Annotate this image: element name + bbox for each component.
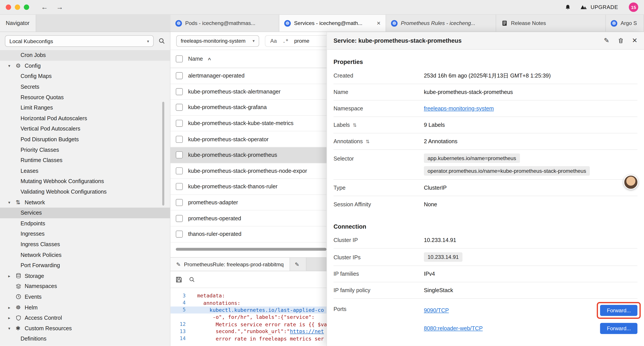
nav-item-label: Events <box>24 294 42 300</box>
nav-item-network[interactable]: ▾⇅Network <box>0 197 170 208</box>
floating-avatar[interactable] <box>624 175 638 189</box>
row-checkbox[interactable] <box>176 88 183 95</box>
editor-tab-next[interactable]: ✎ <box>290 258 306 271</box>
nav-item-services[interactable]: Services <box>0 208 170 218</box>
line-number: 14 <box>170 336 186 342</box>
nav-item-access-control[interactable]: ▸Access Control <box>0 313 170 323</box>
tab-label: Prometheus Rules - icecheng... <box>401 20 491 26</box>
row-checkbox[interactable] <box>176 136 183 143</box>
regex-toggle[interactable]: .* <box>282 38 288 43</box>
nav-item-label: Ingresses <box>20 231 45 237</box>
nav-item-cron-jobs[interactable]: Cron Jobs <box>0 50 170 61</box>
save-button[interactable] <box>175 276 182 283</box>
tab-services-icecheng-math[interactable]: ☸Services - icecheng@math...✕ <box>279 15 386 31</box>
window-zoom-button[interactable] <box>24 4 29 10</box>
nav-item-limit-ranges[interactable]: Limit Ranges <box>0 102 170 113</box>
forward-button[interactable]: → <box>56 4 63 11</box>
name-column-header[interactable]: Name <box>188 56 203 62</box>
edit-pencil-icon[interactable]: ✎ <box>604 37 609 44</box>
sort-icon[interactable]: ⇅ <box>353 122 357 128</box>
code-text: kubectl.kubernetes.io/last-applied-co <box>197 307 324 313</box>
nav-item-vertical-pod-autoscalers[interactable]: Vertical Pod Autoscalers <box>0 123 170 134</box>
nav-item-network-policies[interactable]: Network Policies <box>0 250 170 260</box>
upgrade-button[interactable]: UPGRADE <box>580 4 618 10</box>
nav-item-secrets[interactable]: Secrets <box>0 81 170 92</box>
tab-prometheus-rules-icecheng[interactable]: ☸Prometheus Rules - icecheng... <box>386 15 496 31</box>
nav-item-label: Secrets <box>20 84 40 90</box>
nav-item-label: Services <box>20 210 42 216</box>
namespace-link[interactable]: freeleaps-monitoring-system <box>424 106 494 112</box>
line-number: 4 <box>170 300 186 306</box>
forward-button[interactable]: Forward... <box>600 305 638 316</box>
nav-item-mutating-webhook-configurations[interactable]: Mutating Webhook Configurations <box>0 176 170 187</box>
kubeconfig-select[interactable]: Local Kubeconfigs ▾ <box>5 35 154 47</box>
nav-item-endpoints[interactable]: Endpoints <box>0 218 170 229</box>
tab-argo-s[interactable]: ☸Argo S <box>606 15 644 31</box>
close-tab-icon[interactable]: ✕ <box>376 20 381 26</box>
nav-item-events[interactable]: Events <box>0 292 170 302</box>
close-icon[interactable]: ✕ <box>632 37 638 44</box>
notification-count-badge[interactable]: 15 <box>629 2 638 12</box>
nav-item-pod-disruption-budgets[interactable]: Pod Disruption Budgets <box>0 134 170 145</box>
back-button[interactable]: ← <box>41 4 48 11</box>
navigator-search-button[interactable] <box>158 38 165 44</box>
window-close-button[interactable] <box>6 4 11 10</box>
match-case-toggle[interactable]: Aa <box>270 38 277 44</box>
select-all-checkbox[interactable] <box>176 55 183 62</box>
nav-item-config-maps[interactable]: Config Maps <box>0 71 170 82</box>
row-checkbox[interactable] <box>176 72 183 79</box>
nav-item-priority-classes[interactable]: Priority Classes <box>0 145 170 155</box>
sort-caret-icon[interactable]: ^ <box>208 57 211 63</box>
editor-tab-prometheusrule[interactable]: ✎ PrometheusRule: freeleaps-prod-rabbitm… <box>170 258 290 271</box>
row-checkbox[interactable] <box>176 120 183 127</box>
nav-item-horizontal-pod-autoscalers[interactable]: Horizontal Pod Autoscalers <box>0 113 170 123</box>
nav-item-custom-resources[interactable]: ▾✱Custom Resources <box>0 323 170 334</box>
row-checkbox[interactable] <box>176 152 183 159</box>
horizontal-scrollbar-thumb[interactable] <box>176 248 326 251</box>
row-checkbox[interactable] <box>176 104 183 111</box>
row-checkbox[interactable] <box>176 215 183 222</box>
details-drawer: Service: kube-prometheus-stack-prometheu… <box>326 32 644 346</box>
service-name: thanos-ruler-operated <box>188 231 241 237</box>
window-minimize-button[interactable] <box>15 4 20 10</box>
detail-row-ip-families: IP familiesIPv4 <box>334 266 638 282</box>
row-checkbox[interactable] <box>176 167 183 174</box>
nav-item-leases[interactable]: Leases <box>0 166 170 176</box>
nav-item-runtime-classes[interactable]: Runtime Classes <box>0 155 170 166</box>
tab-release-notes[interactable]: Release Notes <box>496 15 606 31</box>
row-checkbox[interactable] <box>176 231 183 238</box>
detail-text: 10.233.14.91 <box>424 237 456 243</box>
nav-item-helm[interactable]: ▸☸Helm <box>0 302 170 313</box>
nav-item-label: Access Control <box>24 315 62 321</box>
nav-item-port-forwarding[interactable]: Port Forwarding <box>0 260 170 271</box>
navigator-scrollbar-thumb[interactable] <box>162 102 164 206</box>
nav-item-definitions[interactable]: Definitions <box>0 334 170 344</box>
nav-item-storage[interactable]: ▸Storage <box>0 271 170 281</box>
forward-button[interactable]: Forward... <box>600 323 638 334</box>
tab-pods-icecheng-mathmas[interactable]: ☸Pods - icecheng@mathmas... <box>170 15 280 31</box>
nav-item-resource-quotas[interactable]: Resource Quotas <box>0 92 170 102</box>
nav-item-ingresses[interactable]: Ingresses <box>0 229 170 239</box>
row-checkbox[interactable] <box>176 199 183 206</box>
nav-item-validating-webhook-configurations[interactable]: Validating Webhook Configurations <box>0 187 170 197</box>
detail-row-ip-family-policy: IP family policySingleStack <box>334 282 638 299</box>
detail-text: 2 Annotations <box>424 138 458 144</box>
port-link[interactable]: 8080:reloader-web/TCP <box>424 325 483 331</box>
nav-item-ingress-classes[interactable]: Ingress Classes <box>0 239 170 250</box>
delete-trash-icon[interactable] <box>618 37 624 44</box>
nav-item-config[interactable]: ▾⚙Config <box>0 61 170 71</box>
notifications-bell-icon[interactable] <box>565 4 571 10</box>
navigator-tab-label: Navigator <box>6 20 29 26</box>
navigator-panel-tab[interactable]: Navigator <box>0 15 36 31</box>
row-checkbox[interactable] <box>176 183 183 190</box>
clock-icon <box>16 294 24 300</box>
detail-label: IP families <box>334 271 424 277</box>
kubeconfig-select-value: Local Kubeconfigs <box>10 38 53 44</box>
sort-icon[interactable]: ⇅ <box>366 138 370 144</box>
port-link[interactable]: 9090/TCP <box>424 307 449 313</box>
service-name: kube-prometheus-stack-grafana <box>188 104 267 111</box>
namespace-select[interactable]: freeleaps-monitoring-system ▾ <box>176 35 259 46</box>
editor-search-button[interactable] <box>189 276 195 283</box>
nav-item-namespaces[interactable]: Namespaces <box>0 281 170 292</box>
service-name: kube-prometheus-stack-prometheus <box>188 152 277 158</box>
